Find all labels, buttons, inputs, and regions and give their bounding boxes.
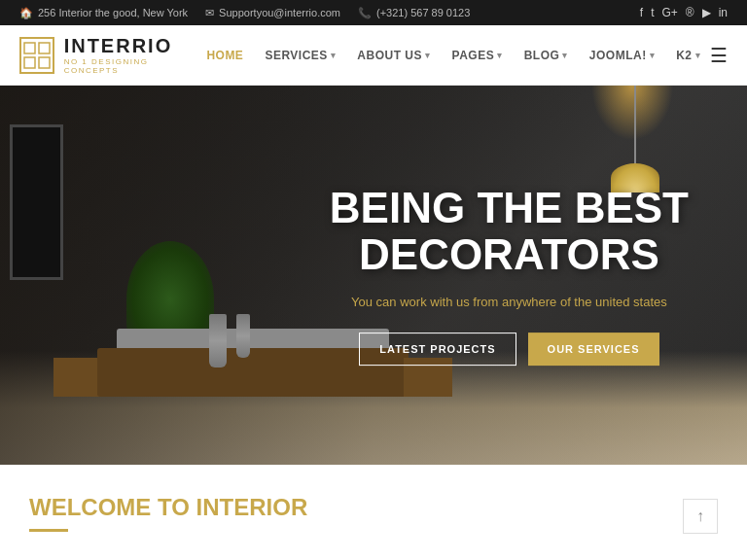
linkedin-icon[interactable]: in — [719, 6, 728, 19]
chevron-down-icon: ▾ — [562, 51, 568, 60]
scroll-to-top-button[interactable]: ↑ — [683, 499, 718, 534]
hero-subtitle: You can work with us from anywhere of th… — [330, 295, 689, 309]
logo-icon — [19, 37, 54, 74]
logo-tagline: NO 1 DESIGNING CONCEPTS — [64, 57, 197, 75]
email-icon: ✉ — [205, 7, 214, 19]
nav-pages[interactable]: PAGES ▾ — [443, 41, 513, 70]
chevron-down-icon: ▾ — [425, 51, 431, 60]
email-item[interactable]: ✉ Supportyou@interrio.com — [205, 7, 340, 19]
latest-projects-button[interactable]: LATEST PROJECTS — [359, 332, 516, 366]
welcome-highlight: INTERIOR — [196, 494, 308, 520]
chevron-down-icon: ▾ — [695, 51, 701, 60]
chevron-down-icon: ▾ — [331, 51, 337, 60]
address-item: 🏠 256 Interior the good, New York — [19, 7, 188, 19]
twitter-icon[interactable]: t — [651, 6, 654, 19]
youtube-icon[interactable]: ▶ — [702, 6, 711, 19]
nav-k2[interactable]: K2 ▾ — [666, 41, 710, 70]
vase-2 — [236, 314, 250, 358]
logo-text: INTERRIO NO 1 DESIGNING CONCEPTS — [64, 35, 197, 75]
address-text: 256 Interior the good, New York — [38, 7, 188, 18]
chevron-down-icon: ▾ — [650, 51, 656, 60]
google-plus-icon[interactable]: G+ — [661, 6, 677, 19]
our-services-button[interactable]: OUR SERVICES — [528, 332, 659, 366]
svg-rect-0 — [24, 43, 35, 53]
phone-text: (+321) 567 89 0123 — [376, 7, 470, 18]
nav-links: HOME SERVICES ▾ ABOUT US ▾ PAGES ▾ BLOG … — [196, 41, 710, 70]
facebook-icon[interactable]: f — [640, 6, 643, 19]
svg-rect-2 — [24, 57, 35, 68]
wall-frame-decoration — [10, 124, 63, 280]
svg-rect-3 — [39, 57, 50, 68]
welcome-title: WELCOME TO INTERIOR — [29, 494, 307, 521]
svg-rect-1 — [39, 43, 50, 53]
logo-name: INTERRIO — [64, 35, 197, 57]
nightstand-left — [53, 358, 102, 397]
bottom-section: WELCOME TO INTERIOR ↑ — [0, 465, 747, 553]
phone-item: 📞 (+321) 567 89 0123 — [358, 7, 470, 19]
nav-services[interactable]: SERVICES ▾ — [255, 41, 345, 70]
hanging-light — [611, 86, 659, 192]
location-icon: 🏠 — [19, 7, 33, 19]
navbar: INTERRIO NO 1 DESIGNING CONCEPTS HOME SE… — [0, 25, 747, 86]
vase-decoration — [209, 314, 250, 368]
welcome-area: WELCOME TO INTERIOR — [29, 494, 307, 532]
nav-blog[interactable]: BLOG ▾ — [515, 41, 578, 70]
pinterest-icon[interactable]: ® — [686, 6, 694, 19]
nav-about[interactable]: ABOUT US ▾ — [347, 41, 440, 70]
email-text: Supportyou@interrio.com — [219, 7, 340, 18]
vase-1 — [209, 314, 227, 368]
logo[interactable]: INTERRIO NO 1 DESIGNING CONCEPTS — [19, 35, 196, 75]
nav-home[interactable]: HOME — [196, 41, 253, 70]
hero-content: BEING THE BEST DECORATORS You can work w… — [330, 185, 689, 366]
chevron-down-icon: ▾ — [497, 51, 503, 60]
light-cord — [634, 86, 636, 163]
hero-buttons: LATEST PROJECTS OUR SERVICES — [330, 332, 689, 366]
nav-joomla[interactable]: JOOMLA! ▾ — [580, 41, 664, 70]
social-links: f t G+ ® ▶ in — [640, 6, 728, 19]
hero-subtitle-link[interactable]: united states — [595, 295, 667, 309]
hamburger-menu[interactable]: ☰ — [710, 44, 728, 67]
hero-title: BEING THE BEST DECORATORS — [330, 185, 689, 279]
top-bar: 🏠 256 Interior the good, New York ✉ Supp… — [0, 0, 747, 25]
phone-icon: 📞 — [358, 7, 372, 19]
top-bar-left: 🏠 256 Interior the good, New York ✉ Supp… — [19, 7, 470, 19]
hero-section: BEING THE BEST DECORATORS You can work w… — [0, 86, 747, 465]
welcome-underline — [29, 529, 68, 532]
